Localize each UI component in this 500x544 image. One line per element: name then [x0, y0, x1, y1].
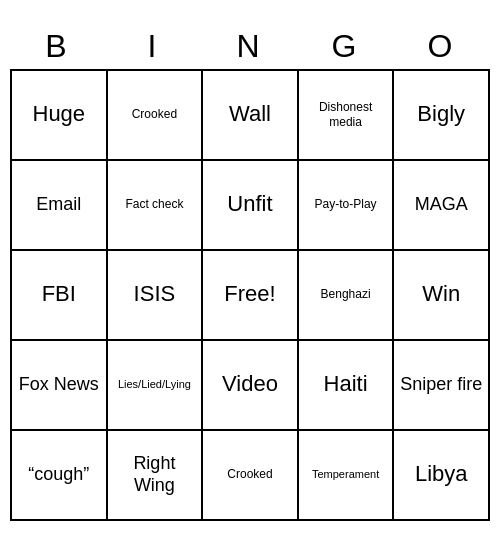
bingo-cell[interactable]: Right Wing — [108, 431, 204, 521]
cell-text: Benghazi — [321, 287, 371, 301]
bingo-cell[interactable]: Lies/Lied/Lying — [108, 341, 204, 431]
cell-text: Free! — [224, 281, 275, 307]
bingo-cell[interactable]: Haiti — [299, 341, 395, 431]
cell-text: Fact check — [125, 197, 183, 211]
bingo-cell[interactable]: Win — [394, 251, 490, 341]
cell-text: Libya — [415, 461, 468, 487]
cell-text: Sniper fire — [400, 374, 482, 396]
cell-text: Wall — [229, 101, 271, 127]
bingo-cell[interactable]: Pay-to-Play — [299, 161, 395, 251]
cell-text: MAGA — [415, 194, 468, 216]
cell-text: ISIS — [134, 281, 176, 307]
cell-text: “cough” — [28, 464, 89, 486]
header-letter: O — [394, 24, 490, 69]
bingo-cell[interactable]: Temperament — [299, 431, 395, 521]
bingo-cell[interactable]: Fox News — [12, 341, 108, 431]
bingo-cell[interactable]: Benghazi — [299, 251, 395, 341]
bingo-cell[interactable]: Fact check — [108, 161, 204, 251]
cell-text: Right Wing — [112, 453, 198, 496]
header-letter: N — [202, 24, 298, 69]
header-letter: G — [298, 24, 394, 69]
bingo-cell[interactable]: Wall — [203, 71, 299, 161]
bingo-cell[interactable]: Free! — [203, 251, 299, 341]
bingo-cell[interactable]: Bigly — [394, 71, 490, 161]
bingo-cell[interactable]: Libya — [394, 431, 490, 521]
bingo-card: BINGO HugeCrookedWallDishonest mediaBigl… — [10, 24, 490, 521]
cell-text: Temperament — [312, 468, 379, 481]
cell-text: Haiti — [324, 371, 368, 397]
bingo-cell[interactable]: Dishonest media — [299, 71, 395, 161]
cell-text: Win — [422, 281, 460, 307]
bingo-cell[interactable]: Email — [12, 161, 108, 251]
bingo-cell[interactable]: Sniper fire — [394, 341, 490, 431]
cell-text: Unfit — [227, 191, 272, 217]
bingo-cell[interactable]: Crooked — [203, 431, 299, 521]
bingo-cell[interactable]: Unfit — [203, 161, 299, 251]
cell-text: Video — [222, 371, 278, 397]
header-letter: B — [10, 24, 106, 69]
cell-text: FBI — [42, 281, 76, 307]
bingo-cell[interactable]: “cough” — [12, 431, 108, 521]
cell-text: Crooked — [132, 107, 177, 121]
cell-text: Fox News — [19, 374, 99, 396]
bingo-cell[interactable]: Crooked — [108, 71, 204, 161]
bingo-cell[interactable]: Huge — [12, 71, 108, 161]
header-letter: I — [106, 24, 202, 69]
cell-text: Crooked — [227, 467, 272, 481]
cell-text: Lies/Lied/Lying — [118, 378, 191, 391]
cell-text: Dishonest media — [303, 100, 389, 129]
cell-text: Huge — [33, 101, 86, 127]
cell-text: Email — [36, 194, 81, 216]
bingo-cell[interactable]: ISIS — [108, 251, 204, 341]
bingo-cell[interactable]: FBI — [12, 251, 108, 341]
bingo-cell[interactable]: MAGA — [394, 161, 490, 251]
bingo-grid: HugeCrookedWallDishonest mediaBiglyEmail… — [10, 69, 490, 521]
cell-text: Bigly — [417, 101, 465, 127]
cell-text: Pay-to-Play — [315, 197, 377, 211]
bingo-header: BINGO — [10, 24, 490, 69]
bingo-cell[interactable]: Video — [203, 341, 299, 431]
